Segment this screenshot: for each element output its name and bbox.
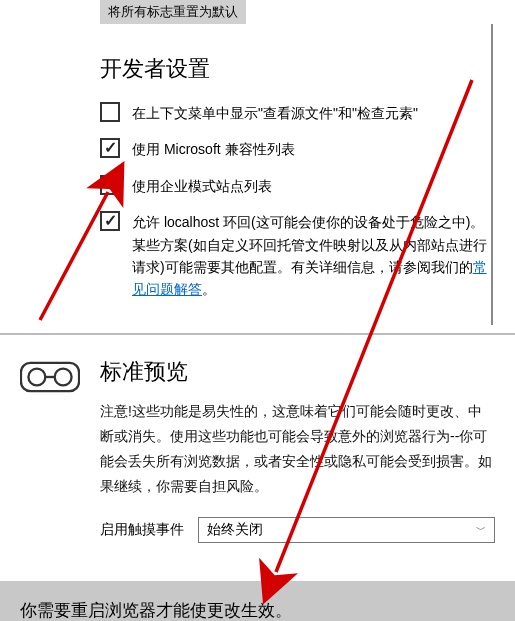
- preview-description: 注意!这些功能是易失性的，这意味着它们可能会随时更改、中断或消失。使用这些功能也…: [100, 399, 495, 500]
- reset-flags-banner[interactable]: 将所有标志重置为默认: [100, 0, 246, 24]
- option-label: 在上下文菜单中显示"查看源文件"和"检查元素": [132, 102, 418, 124]
- chevron-down-icon: ﹀: [476, 523, 486, 537]
- svg-point-2: [55, 368, 72, 385]
- dev-settings-section: 开发者设置 在上下文菜单中显示"查看源文件"和"检查元素" 使用 Microso…: [0, 24, 515, 325]
- checkbox-checked-icon[interactable]: [100, 175, 120, 195]
- option-label: 使用企业模式站点列表: [132, 175, 272, 197]
- vertical-scrollbar[interactable]: [491, 24, 493, 325]
- touch-events-label: 启用触摸事件: [100, 521, 184, 539]
- option-view-source[interactable]: 在上下文菜单中显示"查看源文件"和"检查元素": [100, 102, 495, 124]
- checkbox-unchecked-icon[interactable]: [100, 102, 120, 122]
- restart-required-banner: 你需要重启浏览器才能使更改生效。: [0, 581, 515, 621]
- svg-point-1: [28, 368, 45, 385]
- touch-events-select[interactable]: 始终关闭 ﹀: [198, 517, 495, 543]
- goggles-icon: [20, 361, 80, 396]
- standard-preview-section: 标准预览 注意!这些功能是易失性的，这意味着它们可能会随时更改、中断或消失。使用…: [0, 347, 515, 564]
- checkbox-checked-icon[interactable]: [100, 138, 120, 158]
- dev-settings-title: 开发者设置: [100, 54, 495, 84]
- section-divider: [0, 333, 515, 335]
- checkbox-checked-icon[interactable]: [100, 211, 120, 231]
- preview-title: 标准预览: [100, 357, 495, 387]
- select-value: 始终关闭: [207, 521, 263, 539]
- option-enterprise-mode[interactable]: 使用企业模式站点列表: [100, 175, 495, 197]
- option-localhost-loopback[interactable]: 允许 localhost 环回(这可能会使你的设备处于危险之中)。某些方案(如自…: [100, 211, 495, 301]
- option-label: 使用 Microsoft 兼容性列表: [132, 138, 295, 160]
- option-ms-compat-list[interactable]: 使用 Microsoft 兼容性列表: [100, 138, 495, 160]
- option-label: 允许 localhost 环回(这可能会使你的设备处于危险之中)。某些方案(如自…: [132, 211, 495, 301]
